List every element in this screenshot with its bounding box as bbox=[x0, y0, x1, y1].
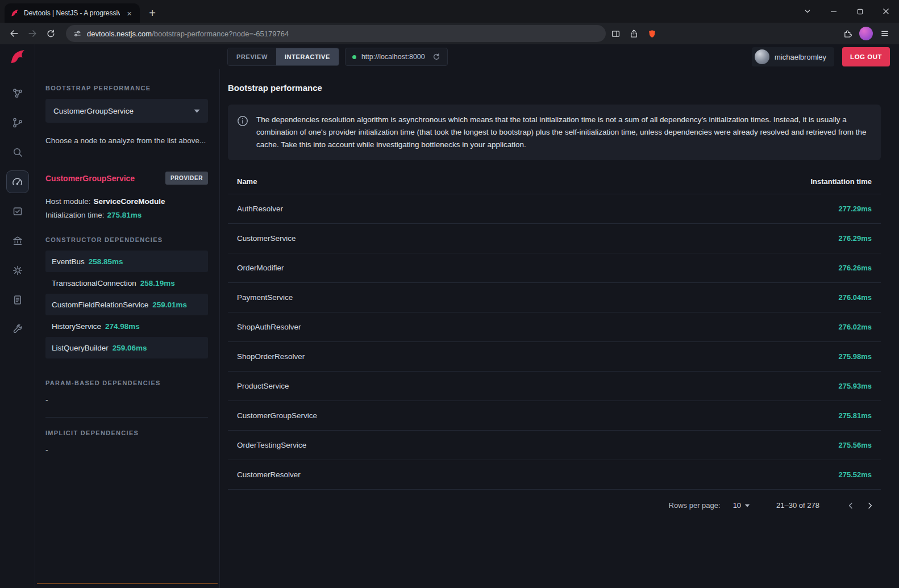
rows-per-page-value: 10 bbox=[733, 501, 741, 510]
main-content: Bootstrap performance The dependencies r… bbox=[220, 69, 899, 588]
sidebar-item-settings[interactable] bbox=[6, 259, 29, 282]
url-path: /bootstrap-performance?node=-65179764 bbox=[152, 30, 289, 38]
row-name: PaymentService bbox=[237, 293, 293, 302]
dependency-item[interactable]: HistoryService 274.98ms bbox=[45, 315, 208, 337]
table-row[interactable]: CustomerService 276.29ms bbox=[228, 224, 881, 253]
table-row[interactable]: CustomerResolver 275.52ms bbox=[228, 460, 881, 490]
init-time-row: Initialization time:275.81ms bbox=[45, 211, 208, 219]
host-module-label: Host module: bbox=[45, 197, 91, 206]
column-header-name: Name bbox=[237, 177, 257, 186]
browser-tab[interactable]: Devtools | NestJS - A progressive × bbox=[5, 3, 140, 23]
column-header-time: Instantiation time bbox=[810, 177, 872, 186]
row-time: 275.81ms bbox=[838, 411, 872, 420]
dependency-item[interactable]: CustomFieldRelationService 259.01ms bbox=[45, 294, 208, 315]
row-time: 276.26ms bbox=[838, 264, 872, 272]
rows-per-page-label: Rows per page: bbox=[669, 501, 721, 510]
row-time: 275.52ms bbox=[838, 470, 872, 479]
table-row[interactable]: AuthResolver 277.29ms bbox=[228, 194, 881, 224]
table-row[interactable]: OrderModifier 276.26ms bbox=[228, 253, 881, 283]
dependency-item[interactable]: TransactionalConnection 258.19ms bbox=[45, 272, 208, 294]
sidebar-item-inspector[interactable] bbox=[6, 141, 29, 164]
next-page-button[interactable] bbox=[860, 496, 880, 515]
info-text: The dependencies resolution algorithm is… bbox=[256, 114, 869, 151]
dependency-name: CustomFieldRelationService bbox=[52, 301, 148, 309]
preview-mode-button[interactable]: PREVIEW bbox=[228, 48, 276, 65]
sidebar-item-bootstrap-performance[interactable] bbox=[6, 170, 29, 193]
sidebar-item-modules[interactable] bbox=[6, 230, 29, 252]
row-time: 277.29ms bbox=[838, 205, 872, 213]
user-menu[interactable]: michaelbromley bbox=[752, 47, 834, 66]
sidebar-title: BOOTSTRAP PERFORMANCE bbox=[45, 85, 208, 91]
page-title: Bootstrap performance bbox=[228, 83, 881, 93]
row-name: CustomerGroupService bbox=[237, 411, 317, 420]
browser-window: Devtools | NestJS - A progressive × + bbox=[0, 0, 899, 44]
row-name: AuthResolver bbox=[237, 205, 283, 213]
connection-status-dot bbox=[352, 55, 356, 59]
dependency-item[interactable]: EventBus 258.85ms bbox=[45, 251, 208, 272]
minimize-button[interactable] bbox=[821, 0, 847, 23]
sidebar-item-logs[interactable] bbox=[6, 289, 29, 311]
logout-button[interactable]: LOG OUT bbox=[842, 47, 890, 66]
sidebar-item-tools[interactable] bbox=[6, 318, 29, 341]
address-bar[interactable]: devtools.nestjs.com/bootstrap-performanc… bbox=[66, 25, 606, 42]
row-time: 276.02ms bbox=[838, 323, 872, 331]
dependency-name: TransactionalConnection bbox=[52, 279, 136, 287]
row-name: ShopAuthResolver bbox=[237, 323, 301, 331]
back-button[interactable] bbox=[6, 25, 23, 42]
sidebar-item-audit[interactable] bbox=[6, 200, 29, 223]
table-row[interactable]: ShopOrderResolver 275.98ms bbox=[228, 342, 881, 372]
host-module-value: ServiceCoreModule bbox=[94, 197, 165, 206]
table-row[interactable]: OrderTestingService 275.56ms bbox=[228, 431, 881, 460]
interactive-mode-button[interactable]: INTERACTIVE bbox=[276, 48, 339, 65]
node-hint: Choose a node to analyze from the list a… bbox=[45, 135, 208, 147]
target-url-text: http://localhost:8000 bbox=[361, 53, 425, 61]
target-url-box[interactable]: http://localhost:8000 bbox=[345, 48, 448, 66]
icon-rail bbox=[0, 44, 35, 588]
tab-close-icon[interactable]: × bbox=[124, 8, 134, 19]
row-name: ShopOrderResolver bbox=[237, 352, 305, 361]
dependency-name: HistoryService bbox=[52, 322, 101, 331]
param-deps-title: PARAM-BASED DEPENDENCIES bbox=[45, 380, 208, 386]
row-time: 276.29ms bbox=[838, 234, 872, 243]
pagination: Rows per page: 10 21–30 of 278 bbox=[228, 490, 881, 522]
close-button[interactable] bbox=[873, 0, 899, 23]
sidebar-item-graph[interactable] bbox=[6, 82, 29, 105]
provider-badge: PROVIDER bbox=[165, 172, 208, 185]
table-row[interactable]: CustomerGroupService 275.81ms bbox=[228, 401, 881, 431]
tab-search-icon[interactable] bbox=[794, 0, 821, 23]
info-banner: The dependencies resolution algorithm is… bbox=[228, 105, 881, 160]
selected-node-name: CustomerGroupService bbox=[45, 174, 135, 183]
table-body: AuthResolver 277.29ms CustomerService 27… bbox=[228, 194, 881, 490]
row-time: 276.04ms bbox=[838, 293, 872, 302]
url-host: devtools.nestjs.com bbox=[87, 30, 152, 38]
row-name: OrderTestingService bbox=[237, 441, 306, 449]
previous-page-button[interactable] bbox=[841, 496, 860, 515]
target-reload-icon[interactable] bbox=[432, 53, 440, 61]
site-settings-icon[interactable] bbox=[73, 29, 82, 38]
nestjs-logo[interactable] bbox=[0, 44, 35, 69]
brave-shield-icon[interactable] bbox=[643, 25, 660, 42]
browser-menu-icon[interactable] bbox=[876, 25, 893, 42]
extensions-icon[interactable] bbox=[839, 25, 856, 42]
dependency-item[interactable]: ListQueryBuilder 259.06ms bbox=[45, 337, 208, 358]
forward-button[interactable] bbox=[24, 25, 41, 42]
browser-profile-avatar[interactable] bbox=[859, 27, 873, 40]
node-select[interactable]: CustomerGroupService bbox=[45, 99, 208, 123]
pagination-range: 21–30 of 278 bbox=[776, 501, 819, 510]
share-icon[interactable] bbox=[625, 25, 642, 42]
sidebar-item-routes[interactable] bbox=[6, 111, 29, 134]
tab-strip: Devtools | NestJS - A progressive × + bbox=[0, 0, 899, 23]
dependency-time: 259.06ms bbox=[113, 344, 147, 352]
maximize-button[interactable] bbox=[847, 0, 873, 23]
new-tab-button[interactable]: + bbox=[144, 5, 160, 21]
reader-mode-icon[interactable] bbox=[607, 25, 624, 42]
table-row[interactable]: ShopAuthResolver 276.02ms bbox=[228, 312, 881, 342]
table-row[interactable]: ProductService 275.93ms bbox=[228, 372, 881, 401]
dependency-time: 258.19ms bbox=[140, 279, 175, 287]
bootstrap-sidebar: BOOTSTRAP PERFORMANCE CustomerGroupServi… bbox=[35, 69, 220, 588]
table-row[interactable]: PaymentService 276.04ms bbox=[228, 283, 881, 312]
rows-per-page-select[interactable]: 10 bbox=[733, 501, 750, 510]
param-deps-value: - bbox=[45, 395, 208, 404]
implicit-deps-title: IMPLICIT DEPENDENCIES bbox=[45, 429, 208, 436]
reload-button[interactable] bbox=[42, 25, 59, 42]
